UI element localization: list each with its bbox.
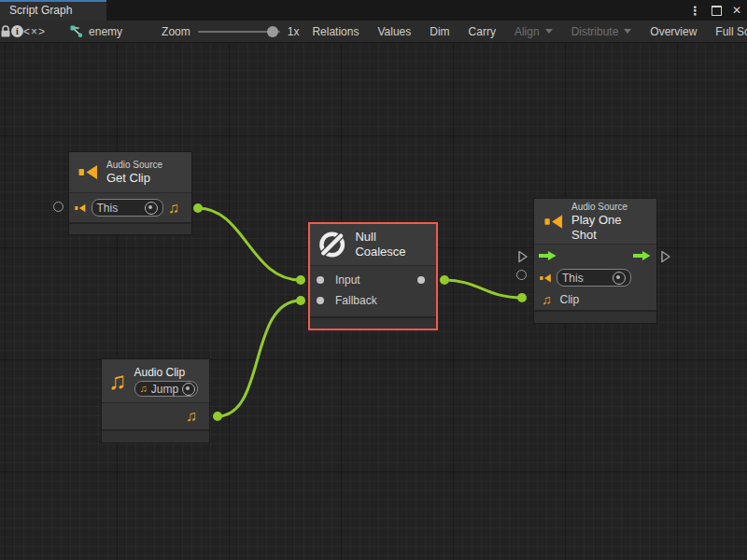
maximize-icon[interactable] xyxy=(712,6,722,16)
port-play-one-shot-target[interactable] xyxy=(516,270,527,280)
output-port-dot[interactable] xyxy=(417,276,425,284)
graph-name: enemy xyxy=(89,25,122,38)
code-view-button[interactable]: <×> xyxy=(23,21,46,42)
port-dot-null-out[interactable] xyxy=(440,275,449,285)
node-title: Null Coalesce xyxy=(355,230,429,259)
node-play-one-shot[interactable]: Audio Source Play One Shot xyxy=(533,198,657,324)
window-controls: ⋮ ✕ xyxy=(689,0,741,21)
close-icon[interactable]: ✕ xyxy=(732,5,741,16)
node-get-clip[interactable]: Audio Source Get Clip This ♫ xyxy=(68,151,192,235)
fallback-port-dot[interactable] xyxy=(317,297,324,304)
jump-variable-field[interactable]: ♫ Jump xyxy=(134,381,198,397)
graph-breadcrumb[interactable]: enemy xyxy=(63,21,130,42)
graph-toolbar: i <×> enemy Zoom 1x Relations Values xyxy=(0,21,747,43)
relations-button[interactable]: Relations xyxy=(303,21,368,42)
target-picker-icon[interactable] xyxy=(613,272,626,285)
zoom-control: Zoom 1x xyxy=(154,21,303,42)
graph-canvas[interactable]: Audio Source Get Clip This ♫ xyxy=(0,43,747,560)
flow-out-arrow-icon[interactable] xyxy=(633,250,651,261)
music-note-icon: ♫ xyxy=(542,293,552,306)
clip-port-label: Clip xyxy=(560,293,580,306)
music-note-icon: ♫ xyxy=(140,384,148,394)
field-value: This xyxy=(97,202,119,215)
target-picker-icon[interactable] xyxy=(182,383,195,396)
port-flow-out-triangle[interactable] xyxy=(660,250,671,263)
fullscreen-button[interactable]: Full Screen xyxy=(706,21,747,42)
node-footer xyxy=(69,222,191,234)
zoom-label: Zoom xyxy=(162,25,190,38)
node-play-one-shot-body: This ♫ Clip xyxy=(534,245,656,310)
info-icon: i xyxy=(11,25,23,37)
distribute-label: Distribute xyxy=(571,25,619,38)
zoom-slider-handle[interactable] xyxy=(267,26,278,37)
zoom-slider[interactable] xyxy=(198,31,280,33)
node-footer xyxy=(102,429,209,442)
node-category: Audio Source xyxy=(571,201,646,213)
node-null-coalesce-body: Input Fallback xyxy=(310,266,436,316)
fallback-port-label: Fallback xyxy=(335,294,377,307)
node-title: Get Clip xyxy=(106,171,162,186)
tab-bar: Script Graph ⋮ ✕ xyxy=(0,0,747,21)
wire-null-to-clip[interactable] xyxy=(444,280,522,298)
field-value: This xyxy=(562,272,584,285)
music-note-icon: ♫ xyxy=(168,201,179,216)
port-dot-audioclip-out[interactable] xyxy=(213,412,222,421)
input-port-dot[interactable] xyxy=(317,276,324,284)
node-get-clip-body: This ♫ xyxy=(69,193,191,222)
node-audio-clip-body: ♫ xyxy=(102,403,209,429)
overview-button[interactable]: Overview xyxy=(641,21,706,42)
tab-script-graph[interactable]: Script Graph xyxy=(0,0,106,21)
input-port-label: Input xyxy=(335,273,360,287)
node-null-coalesce[interactable]: Null Coalesce Input Fallback xyxy=(308,222,438,330)
node-play-one-shot-titles: Audio Source Play One Shot xyxy=(571,201,646,243)
zoom-value: 1x xyxy=(288,25,300,38)
node-footer xyxy=(534,310,656,323)
port-flow-in-triangle[interactable] xyxy=(517,250,529,263)
node-audio-clip-header: ♫ Audio Clip ♫ Jump xyxy=(102,359,209,403)
align-dropdown[interactable]: Align xyxy=(505,21,562,42)
port-dot-null-fallback[interactable] xyxy=(296,296,305,305)
node-audio-clip-titles: Audio Clip ♫ Jump xyxy=(134,365,198,397)
port-get-clip-target[interactable] xyxy=(53,202,63,212)
field-value: Jump xyxy=(151,383,178,396)
music-note-icon: ♫ xyxy=(186,409,197,424)
node-get-clip-titles: Audio Source Get Clip xyxy=(106,159,162,186)
node-play-one-shot-header: Audio Source Play One Shot xyxy=(534,199,656,245)
audio-source-icon xyxy=(540,273,552,284)
lock-button[interactable] xyxy=(0,21,11,42)
node-title: Audio Clip xyxy=(134,365,198,380)
port-dot-null-input[interactable] xyxy=(296,275,305,285)
node-title: Play One Shot xyxy=(571,213,646,243)
code-icon: <×> xyxy=(23,25,46,38)
inspect-button[interactable]: i xyxy=(11,21,23,42)
audio-source-icon xyxy=(78,163,99,181)
node-audio-clip[interactable]: ♫ Audio Clip ♫ Jump ♫ xyxy=(101,358,210,443)
target-picker-icon[interactable] xyxy=(145,202,158,215)
chevron-down-icon xyxy=(624,29,631,34)
this-target-field[interactable]: This xyxy=(557,269,631,287)
chevron-down-icon xyxy=(545,29,553,34)
lock-icon xyxy=(0,24,11,38)
distribute-dropdown[interactable]: Distribute xyxy=(562,21,641,42)
audio-source-icon xyxy=(75,203,87,214)
node-get-clip-header: Audio Source Get Clip xyxy=(69,152,191,193)
music-note-icon: ♫ xyxy=(108,369,127,393)
dim-button[interactable]: Dim xyxy=(420,21,458,42)
audio-source-icon xyxy=(544,213,564,231)
wire-audioclip-to-fallback[interactable] xyxy=(218,301,301,416)
values-button[interactable]: Values xyxy=(368,21,420,42)
window-menu-icon[interactable]: ⋮ xyxy=(689,5,701,17)
carry-button[interactable]: Carry xyxy=(459,21,505,42)
wire-getclip-to-input[interactable] xyxy=(198,208,301,280)
align-label: Align xyxy=(514,25,540,38)
node-category: Audio Source xyxy=(106,159,162,171)
node-null-coalesce-header: Null Coalesce xyxy=(310,224,436,266)
this-target-field[interactable]: This xyxy=(92,199,163,217)
null-coalesce-icon xyxy=(317,230,346,259)
script-graph-window: Script Graph ⋮ ✕ i <×> xyxy=(0,0,747,560)
port-dot-playoneshot-clip[interactable] xyxy=(517,293,527,302)
flow-in-arrow-icon[interactable] xyxy=(539,250,557,261)
port-dot-getclip-out[interactable] xyxy=(193,203,203,213)
node-footer xyxy=(310,316,436,329)
graph-icon xyxy=(70,25,83,38)
